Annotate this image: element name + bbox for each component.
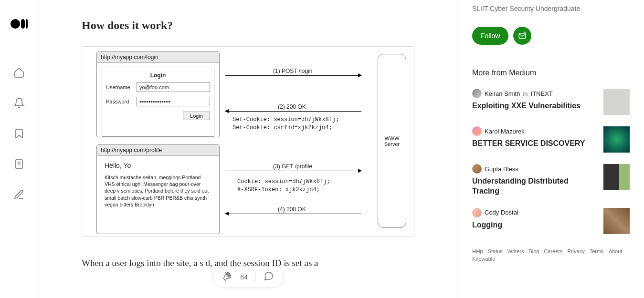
footer-link[interactable]: Careers <box>544 248 562 254</box>
follow-button[interactable]: Follow <box>472 27 508 45</box>
logo-circle-medium <box>21 19 25 29</box>
footer-link[interactable]: Writers <box>507 248 524 254</box>
url-bar-profile: http://myapp.com/profile <box>97 145 219 156</box>
password-field: ••••••••••••••••• <box>137 97 210 106</box>
clap-icon[interactable] <box>222 271 232 283</box>
avatar <box>472 164 482 174</box>
browser-login: http://myapp.com/login Login Username yo… <box>96 51 220 137</box>
footer-link[interactable]: Terms <box>590 248 604 254</box>
recommendation-item[interactable]: Cody Dostal Logging <box>472 208 630 234</box>
right-sidebar: SLIIT Cyber Security Undergraduate Follo… <box>472 0 644 262</box>
logo-circle-small <box>26 19 28 29</box>
recommendation-item[interactable]: Karol Mazurek BETTER SERVICE DISCOVERY <box>472 126 630 153</box>
architecture-diagram: http://myapp.com/login Login Username yo… <box>82 46 414 237</box>
recommendation-item[interactable]: Keiran Smith in ITNEXT Exploiting XXE Vu… <box>472 89 630 115</box>
comment-icon[interactable] <box>264 271 274 283</box>
rec-publication: ITNEXT <box>531 90 553 97</box>
footer-links: Help Status Writers Blog Careers Privacy… <box>472 248 630 262</box>
url-bar-login: http://myapp.com/login <box>97 52 219 63</box>
rec-thumbnail <box>603 126 630 153</box>
more-from-medium-heading: More from Medium <box>472 69 630 77</box>
footer-link[interactable]: Knowable <box>472 256 495 262</box>
section-heading: How does it work? <box>82 19 414 32</box>
footer-link[interactable]: Privacy <box>568 248 585 254</box>
left-navigation <box>0 0 38 298</box>
rec-author: Karol Mazurek <box>485 128 525 135</box>
avatar <box>472 89 482 98</box>
arrow-4 <box>225 214 361 214</box>
rec-title: Understanding Distributed Tracing <box>472 176 596 196</box>
rec-title: BETTER SERVICE DISCOVERY <box>472 139 596 149</box>
rec-thumbnail <box>603 208 630 234</box>
arrow-2 <box>225 111 361 112</box>
clap-divider <box>255 272 256 282</box>
arrow-4-label: (4) 200 OK <box>278 206 306 213</box>
stories-icon[interactable] <box>13 158 25 172</box>
write-icon[interactable] <box>13 189 25 202</box>
avatar <box>472 208 482 217</box>
rec-in: in <box>523 90 528 97</box>
bookmarks-icon[interactable] <box>13 128 25 141</box>
rec-author: Cody Dostal <box>485 209 518 216</box>
profile-greeting: Hello, Yo <box>105 162 211 169</box>
arrow-1-label: (1) POST /login <box>273 68 312 74</box>
subscribe-button[interactable] <box>513 27 531 45</box>
clap-bar: 84 <box>212 267 284 288</box>
footer-link[interactable]: Help <box>472 248 483 254</box>
footer-link[interactable]: Blog <box>528 248 539 254</box>
author-bio: SLIIT Cyber Security Undergraduate <box>472 5 630 12</box>
login-form-title: Login <box>106 72 210 79</box>
rec-author: Gupta Bless <box>485 165 518 173</box>
rec-thumbnail <box>603 89 630 115</box>
logo-circle-large <box>11 19 20 29</box>
medium-logo[interactable] <box>11 19 28 29</box>
recommendation-item[interactable]: Gupta Bless Understanding Distributed Tr… <box>472 164 630 196</box>
clap-count: 84 <box>240 273 248 281</box>
footer-link[interactable]: About <box>609 248 623 254</box>
password-label: Password <box>106 99 137 104</box>
arrow-1 <box>225 75 361 76</box>
login-form: Login Username yo@foo.com Password •••••… <box>102 68 214 137</box>
home-icon[interactable] <box>13 67 25 80</box>
server-box: WWW Server <box>378 54 406 228</box>
rec-title: Logging <box>472 220 596 230</box>
set-cookie-text: Set-Cookie: session=dh7jWkx8fj; Set-Cook… <box>232 116 339 132</box>
browser-profile: http://myapp.com/profile Hello, Yo Kitsc… <box>96 144 220 234</box>
avatar <box>472 126 482 136</box>
arrow-3 <box>225 171 361 171</box>
username-label: Username <box>106 84 137 90</box>
rec-author: Keiran Smith <box>485 90 520 97</box>
rec-title: Exploiting XXE Vulnerabilities <box>472 101 596 111</box>
arrow-2-label: (2) 200 OK <box>278 103 306 110</box>
profile-lorem: Kitsch mustache seitan, meggings Portlan… <box>105 174 211 208</box>
notifications-icon[interactable] <box>13 97 25 111</box>
login-button: Login <box>183 112 210 120</box>
username-field: yo@foo.com <box>137 82 210 92</box>
arrow-3-label: (3) GET /profile <box>273 163 312 170</box>
cookie-header-text: Cookie: session=dh7jWkx8fj; X-XSRF-Token… <box>237 178 330 194</box>
article-main: How does it work? http://myapp.com/login… <box>38 0 458 298</box>
footer-link[interactable]: Status <box>488 248 503 254</box>
rec-thumbnail <box>603 164 630 190</box>
server-label: WWW Server <box>384 135 400 147</box>
